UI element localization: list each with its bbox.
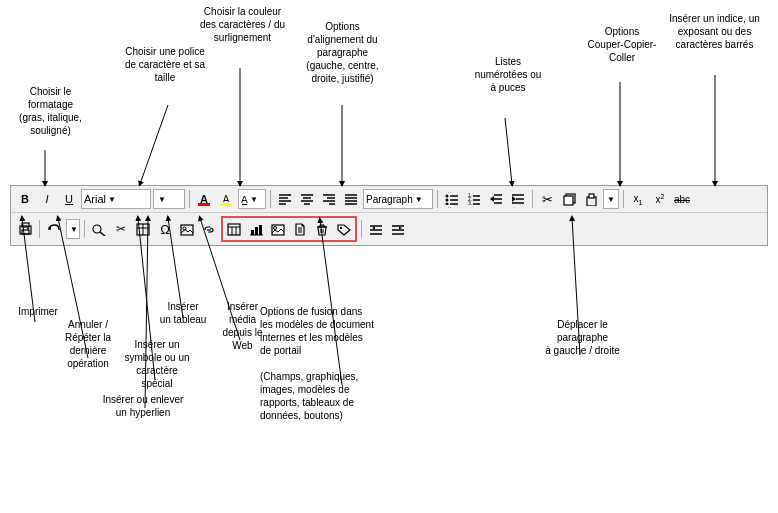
fusion-delete-icon: [316, 223, 328, 236]
paste-button[interactable]: [581, 189, 601, 209]
svg-rect-39: [589, 194, 594, 198]
indent-left-icon: [369, 223, 383, 236]
font-effects-dropdown[interactable]: A̲ ▼: [238, 189, 266, 209]
annotation-imprimer: Imprimer: [8, 305, 68, 318]
indent-left-button[interactable]: [366, 219, 386, 239]
separator-2: [270, 190, 271, 208]
svg-marker-76: [372, 226, 375, 229]
align-right-button[interactable]: [319, 189, 339, 209]
italic-button[interactable]: I: [37, 189, 57, 209]
justify-icon: [344, 193, 358, 205]
align-center-icon: [300, 193, 314, 205]
fusion-group: [221, 216, 357, 242]
separator-6: [39, 220, 40, 238]
fusion-image-icon: [271, 223, 285, 236]
separator-7: [84, 220, 85, 238]
annotation-symbole: Insérer un symbole ou un caractère spéci…: [112, 338, 202, 390]
separator-1: [189, 190, 190, 208]
hyperlink-button[interactable]: [199, 219, 219, 239]
image-button[interactable]: [177, 219, 197, 239]
undo-dropdown[interactable]: ▼: [66, 219, 80, 239]
ordered-list-icon: 1.2.3.: [467, 193, 481, 205]
fusion-delete-button[interactable]: [312, 219, 332, 239]
insert-table-small-button[interactable]: [133, 219, 153, 239]
svg-rect-59: [259, 225, 262, 235]
ordered-list-button[interactable]: 1.2.3.: [464, 189, 484, 209]
cut-small-button[interactable]: ✂: [111, 219, 131, 239]
subscript-button[interactable]: x1: [628, 189, 648, 209]
svg-point-45: [93, 225, 101, 233]
bold-button[interactable]: B: [15, 189, 35, 209]
print-icon: [18, 222, 33, 236]
cut-button[interactable]: ✂: [537, 189, 557, 209]
copy-icon: [563, 193, 576, 206]
toolbar-row1: B I U Arial ▼ ▼ A A̲ A̲ ▼: [11, 186, 767, 213]
annotation-fusion: Options de fusion dans les modèles de do…: [260, 305, 425, 422]
omega-icon: Ω: [160, 222, 170, 237]
svg-line-85: [505, 118, 512, 184]
svg-marker-32: [512, 196, 516, 202]
svg-marker-80: [399, 226, 402, 229]
undo-button[interactable]: [44, 219, 64, 239]
svg-line-46: [100, 232, 105, 236]
font-name-dropdown[interactable]: Arial ▼: [81, 189, 151, 209]
undo-icon: [47, 223, 61, 236]
indent-increase-button[interactable]: [508, 189, 528, 209]
fusion-doc-button[interactable]: [290, 219, 310, 239]
highlight-button[interactable]: A̲: [216, 189, 236, 209]
svg-rect-42: [22, 230, 29, 234]
subscript-icon: x1: [634, 193, 643, 206]
indent-increase-icon: [511, 193, 525, 205]
fusion-image-button[interactable]: [268, 219, 288, 239]
indent-decrease-button[interactable]: [486, 189, 506, 209]
font-color-button[interactable]: A: [194, 189, 214, 209]
paragraph-dropdown[interactable]: Paragraph ▼: [363, 189, 433, 209]
align-left-button[interactable]: [275, 189, 295, 209]
cut-small-icon: ✂: [116, 222, 126, 236]
align-right-icon: [322, 193, 336, 205]
superscript-button[interactable]: x2: [650, 189, 670, 209]
justify-button[interactable]: [341, 189, 361, 209]
fusion-table-icon: [227, 223, 241, 236]
annotation-formatage: Choisir le formatage (gras, italique, so…: [8, 85, 93, 137]
table-small-icon: [136, 223, 150, 236]
align-left-icon: [278, 193, 292, 205]
annotation-police: Choisir une police de caractère et sa ta…: [110, 45, 220, 84]
font-effects-arrow: ▼: [250, 195, 258, 204]
fusion-tag-icon: [337, 223, 351, 236]
annotation-alignement: Options d'alignement du paragraphe (gauc…: [285, 20, 400, 85]
svg-text:3.: 3.: [468, 200, 472, 205]
print-button[interactable]: [15, 219, 35, 239]
annotation-indice-exposant: Insérer un indice, un exposant ou des ca…: [652, 12, 777, 51]
svg-point-62: [274, 226, 277, 229]
find-icon: [92, 223, 106, 236]
fusion-doc-icon: [294, 223, 306, 236]
fusion-tag-button[interactable]: [334, 219, 354, 239]
font-effects-icon: A̲: [241, 194, 248, 205]
toolbar: B I U Arial ▼ ▼ A A̲ A̲ ▼: [10, 185, 768, 246]
unordered-list-button[interactable]: [442, 189, 462, 209]
strikethrough-icon: abc: [674, 194, 690, 205]
cut-icon: ✂: [542, 192, 553, 207]
separator-4: [532, 190, 533, 208]
find-button[interactable]: [89, 219, 109, 239]
special-char-button[interactable]: Ω: [155, 219, 175, 239]
fusion-table-button[interactable]: [224, 219, 244, 239]
svg-line-82: [140, 105, 168, 184]
indent-right-button[interactable]: [388, 219, 408, 239]
underline-button[interactable]: U: [59, 189, 79, 209]
chart-button[interactable]: [246, 219, 266, 239]
indent-right-icon: [391, 223, 405, 236]
copy-button[interactable]: [559, 189, 579, 209]
color-indicator: [198, 203, 210, 206]
svg-point-18: [446, 199, 449, 202]
annotation-listes: Listes numérotées ou à puces: [463, 55, 553, 94]
svg-rect-53: [228, 224, 240, 235]
align-center-button[interactable]: [297, 189, 317, 209]
svg-point-43: [27, 228, 29, 230]
strikethrough-button[interactable]: abc: [672, 189, 692, 209]
font-size-dropdown[interactable]: ▼: [153, 189, 185, 209]
unordered-list-icon: [445, 193, 459, 205]
paste-dropdown[interactable]: ▼: [603, 189, 619, 209]
annotation-hyperlien: Insérer ou enlever un hyperlien: [88, 393, 198, 419]
